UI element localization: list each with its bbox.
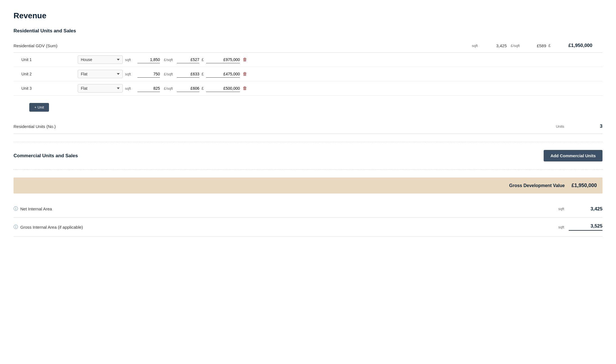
page-title: Revenue [14,11,602,20]
unit-row-2: Unit 2 House Flat Apartment Studio Penth… [14,67,602,81]
nia-label: Net Internal Area [20,206,552,211]
gdv-per-sqft-label: £/sqft [507,44,524,48]
unit-row-1: Unit 1 House Flat Apartment Studio Penth… [14,53,602,67]
unit-2-delete-col: 🗑 [240,70,250,78]
commercial-section-title: Commercial Units and Sales [14,153,78,159]
unit-2-type-dropdown[interactable]: House Flat Apartment Studio Penthouse [78,70,123,78]
gdv-sqft-value: 3,425 [484,43,507,48]
unit-2-price-field[interactable] [177,71,199,78]
nia-value: 3,425 [569,206,602,212]
gia-info-icon: ⓘ [14,224,18,230]
unit-2-price-input[interactable] [177,71,199,78]
unit-1-price-input[interactable] [177,56,199,63]
add-commercial-button[interactable]: Add Commercial Units [544,150,602,161]
gdv-label: Residential GDV (Sum) [14,43,472,48]
unit-1-type-select[interactable]: House Flat Apartment Studio Penthouse [78,55,123,64]
unit-3-type-select[interactable]: House Flat Apartment Studio Penthouse [78,84,123,93]
unit-1-total-field[interactable] [206,56,240,63]
unit-3-total-input[interactable] [206,85,240,92]
unit-2-sqft-label: sqft [125,72,137,76]
commercial-section-header: Commercial Units and Sales Add Commercia… [14,150,602,161]
unit-1-sqft-input[interactable] [137,56,160,63]
gia-label: Gross Internal Area (if applicable) [20,225,552,230]
units-no-label: Residential Units (No.) [14,124,552,129]
commercial-bottom-divider [14,169,602,170]
unit-3-delete-col: 🗑 [240,85,250,92]
unit-2-per-sqft: £/sqft [160,72,177,76]
unit-1-delete-col: 🗑 [240,56,250,63]
gdv-summary-bar: Gross Development Value £1,950,000 [14,177,602,194]
units-no-value: 3 [569,123,602,129]
nia-unit: sqft [552,207,569,211]
nia-info-icon: ⓘ [14,206,18,212]
unit-2-type-select[interactable]: House Flat Apartment Studio Penthouse [78,70,123,78]
unit-2-pound: £ [199,72,206,76]
gia-unit: sqft [552,225,569,229]
unit-3-sqft-field[interactable] [137,85,160,92]
residential-units-no-row: Residential Units (No.) Units 3 [14,119,602,134]
gdv-summary-value: £1,950,000 [572,183,597,188]
unit-3-price-field[interactable] [177,85,199,92]
gia-value[interactable]: 3,525 [569,223,602,231]
gdv-price-value: £589 [524,43,546,48]
residential-section-title: Residential Units and Sales [14,28,602,34]
unit-1-delete-button[interactable]: 🗑 [242,56,248,63]
unit-2-sqft-field[interactable] [137,71,160,78]
gdv-summary-label: Gross Development Value [509,183,565,188]
unit-1-per-sqft: £/sqft [160,58,177,62]
unit-2-delete-button[interactable]: 🗑 [242,70,248,78]
unit-1-total-input[interactable] [206,56,240,63]
gdv-pound-label: £ [546,43,553,48]
unit-1-label: Unit 1 [21,57,78,62]
unit-row-3: Unit 3 House Flat Apartment Studio Penth… [14,81,602,96]
unit-2-sqft-input[interactable] [137,71,160,78]
unit-1-sqft-label: sqft [125,58,137,62]
unit-3-delete-button[interactable]: 🗑 [242,85,248,92]
unit-3-price-input[interactable] [177,85,199,92]
unit-3-per-sqft: £/sqft [160,86,177,91]
unit-3-sqft-input[interactable] [137,85,160,92]
gdv-total-value: £1,950,000 [553,43,592,48]
units-no-unit-label: Units [552,124,569,129]
unit-3-total-field[interactable] [206,85,240,92]
unit-3-label: Unit 3 [21,86,78,91]
gdv-summary-row: Residential GDV (Sum) sqft 3,425 £/sqft … [14,39,602,53]
unit-3-pound: £ [199,86,206,91]
unit-1-price-field[interactable] [177,56,199,63]
unit-2-total-field[interactable] [206,71,240,78]
unit-2-label: Unit 2 [21,72,78,76]
unit-1-type-dropdown[interactable]: House Flat Apartment Studio Penthouse [78,55,123,64]
section-divider [14,142,602,142]
unit-2-total-input[interactable] [206,71,240,78]
unit-1-pound: £ [199,57,206,62]
unit-1-sqft-field[interactable] [137,56,160,63]
unit-3-type-dropdown[interactable]: House Flat Apartment Studio Penthouse [78,84,123,93]
gdv-sqft-label: sqft [472,44,484,48]
nia-row: ⓘ Net Internal Area sqft 3,425 [14,200,602,218]
gia-row: ⓘ Gross Internal Area (if applicable) sq… [14,218,602,237]
unit-3-sqft-label: sqft [125,86,137,91]
add-unit-button[interactable]: + Unit [29,103,49,112]
